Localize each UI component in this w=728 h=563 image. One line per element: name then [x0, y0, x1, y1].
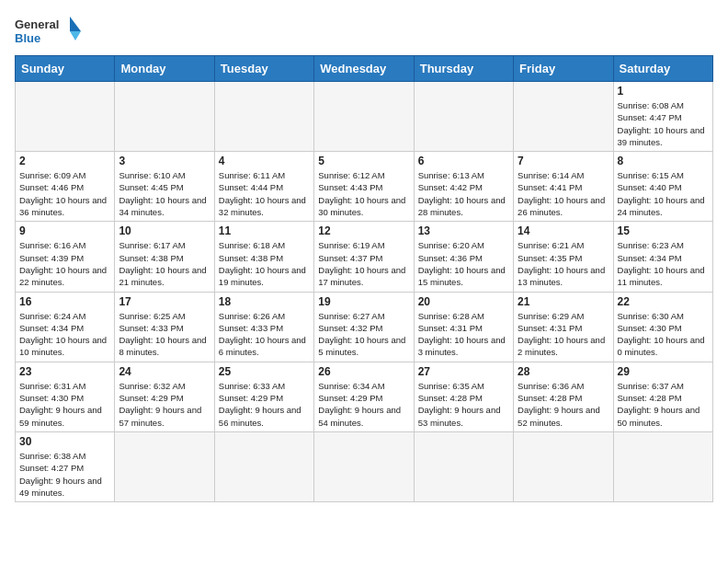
logo: GeneralBlue [15, 15, 88, 48]
day-number: 24 [119, 365, 210, 378]
day-number: 18 [219, 295, 310, 308]
day-number: 9 [19, 224, 110, 237]
day-number: 1 [618, 85, 709, 98]
calendar-cell: 8Sunrise: 6:15 AM Sunset: 4:40 PM Daylig… [613, 152, 712, 222]
calendar-cell: 11Sunrise: 6:18 AM Sunset: 4:38 PM Dayli… [214, 222, 313, 292]
calendar-cell: 1Sunrise: 6:08 AM Sunset: 4:47 PM Daylig… [613, 82, 712, 152]
day-number: 16 [19, 295, 110, 308]
svg-text:General: General [15, 17, 59, 31]
day-number: 20 [418, 295, 509, 308]
calendar-cell: 6Sunrise: 6:13 AM Sunset: 4:42 PM Daylig… [414, 152, 513, 222]
calendar-cell: 28Sunrise: 6:36 AM Sunset: 4:28 PM Dayli… [514, 362, 613, 431]
day-info: Sunrise: 6:27 AM Sunset: 4:32 PM Dayligh… [318, 310, 409, 359]
calendar-cell: 29Sunrise: 6:37 AM Sunset: 4:28 PM Dayli… [613, 362, 712, 431]
day-info: Sunrise: 6:23 AM Sunset: 4:34 PM Dayligh… [618, 239, 709, 288]
calendar-cell: 23Sunrise: 6:31 AM Sunset: 4:30 PM Dayli… [16, 362, 115, 431]
day-number: 28 [518, 365, 609, 378]
day-info: Sunrise: 6:36 AM Sunset: 4:28 PM Dayligh… [518, 380, 609, 429]
day-info: Sunrise: 6:32 AM Sunset: 4:29 PM Dayligh… [119, 380, 210, 429]
weekday-header-monday: Monday [115, 56, 214, 82]
calendar-cell [314, 82, 414, 152]
day-info: Sunrise: 6:13 AM Sunset: 4:42 PM Dayligh… [418, 169, 509, 218]
weekday-header-sunday: Sunday [16, 56, 115, 82]
day-number: 30 [19, 435, 110, 448]
svg-marker-2 [70, 17, 81, 31]
day-info: Sunrise: 6:19 AM Sunset: 4:37 PM Dayligh… [318, 239, 409, 288]
calendar-cell: 10Sunrise: 6:17 AM Sunset: 4:38 PM Dayli… [115, 222, 214, 292]
day-info: Sunrise: 6:38 AM Sunset: 4:27 PM Dayligh… [19, 450, 110, 499]
week-row-1: 1Sunrise: 6:08 AM Sunset: 4:47 PM Daylig… [16, 82, 713, 152]
day-number: 29 [618, 365, 709, 378]
day-info: Sunrise: 6:35 AM Sunset: 4:28 PM Dayligh… [418, 380, 509, 429]
day-info: Sunrise: 6:18 AM Sunset: 4:38 PM Dayligh… [219, 239, 310, 288]
day-info: Sunrise: 6:31 AM Sunset: 4:30 PM Dayligh… [19, 380, 110, 429]
calendar-cell: 30Sunrise: 6:38 AM Sunset: 4:27 PM Dayli… [16, 431, 115, 501]
calendar-cell [214, 431, 313, 501]
weekday-header-row: SundayMondayTuesdayWednesdayThursdayFrid… [16, 56, 713, 82]
day-number: 25 [219, 365, 310, 378]
day-number: 22 [618, 295, 709, 308]
day-info: Sunrise: 6:24 AM Sunset: 4:34 PM Dayligh… [19, 310, 110, 359]
day-info: Sunrise: 6:28 AM Sunset: 4:31 PM Dayligh… [418, 310, 509, 359]
day-number: 10 [119, 224, 210, 237]
day-info: Sunrise: 6:30 AM Sunset: 4:30 PM Dayligh… [618, 310, 709, 359]
day-info: Sunrise: 6:20 AM Sunset: 4:36 PM Dayligh… [418, 239, 509, 288]
day-number: 12 [318, 224, 409, 237]
logo-svg: GeneralBlue [15, 15, 88, 48]
calendar-cell [514, 431, 613, 501]
calendar-cell: 18Sunrise: 6:26 AM Sunset: 4:33 PM Dayli… [214, 292, 313, 362]
svg-marker-3 [70, 31, 81, 40]
day-number: 6 [418, 155, 509, 167]
calendar-cell: 2Sunrise: 6:09 AM Sunset: 4:46 PM Daylig… [16, 152, 115, 222]
calendar-cell [414, 82, 513, 152]
calendar-cell [214, 82, 313, 152]
calendar-cell: 21Sunrise: 6:29 AM Sunset: 4:31 PM Dayli… [514, 292, 613, 362]
calendar-cell: 9Sunrise: 6:16 AM Sunset: 4:39 PM Daylig… [16, 222, 115, 292]
weekday-header-saturday: Saturday [613, 56, 712, 82]
page-header: GeneralBlue [15, 15, 713, 48]
day-info: Sunrise: 6:14 AM Sunset: 4:41 PM Dayligh… [518, 169, 609, 218]
day-info: Sunrise: 6:16 AM Sunset: 4:39 PM Dayligh… [19, 239, 110, 288]
day-info: Sunrise: 6:26 AM Sunset: 4:33 PM Dayligh… [219, 310, 310, 359]
day-number: 23 [19, 365, 110, 378]
calendar-cell: 12Sunrise: 6:19 AM Sunset: 4:37 PM Dayli… [314, 222, 414, 292]
calendar-cell [115, 431, 214, 501]
week-row-6: 30Sunrise: 6:38 AM Sunset: 4:27 PM Dayli… [16, 431, 713, 501]
calendar-cell [514, 82, 613, 152]
calendar-cell: 13Sunrise: 6:20 AM Sunset: 4:36 PM Dayli… [414, 222, 513, 292]
calendar-cell: 24Sunrise: 6:32 AM Sunset: 4:29 PM Dayli… [115, 362, 214, 431]
week-row-5: 23Sunrise: 6:31 AM Sunset: 4:30 PM Dayli… [16, 362, 713, 431]
day-info: Sunrise: 6:21 AM Sunset: 4:35 PM Dayligh… [518, 239, 609, 288]
day-number: 14 [518, 224, 609, 237]
day-number: 21 [518, 295, 609, 308]
calendar-cell [314, 431, 414, 501]
calendar-cell: 25Sunrise: 6:33 AM Sunset: 4:29 PM Dayli… [214, 362, 313, 431]
day-info: Sunrise: 6:11 AM Sunset: 4:44 PM Dayligh… [219, 169, 310, 218]
calendar-cell: 17Sunrise: 6:25 AM Sunset: 4:33 PM Dayli… [115, 292, 214, 362]
weekday-header-tuesday: Tuesday [214, 56, 313, 82]
calendar-cell: 19Sunrise: 6:27 AM Sunset: 4:32 PM Dayli… [314, 292, 414, 362]
day-number: 2 [19, 155, 110, 167]
day-info: Sunrise: 6:37 AM Sunset: 4:28 PM Dayligh… [618, 380, 709, 429]
day-number: 13 [418, 224, 509, 237]
day-number: 7 [518, 155, 609, 167]
week-row-2: 2Sunrise: 6:09 AM Sunset: 4:46 PM Daylig… [16, 152, 713, 222]
calendar-cell: 7Sunrise: 6:14 AM Sunset: 4:41 PM Daylig… [514, 152, 613, 222]
svg-text:Blue: Blue [15, 31, 40, 45]
calendar-cell: 20Sunrise: 6:28 AM Sunset: 4:31 PM Dayli… [414, 292, 513, 362]
day-info: Sunrise: 6:34 AM Sunset: 4:29 PM Dayligh… [318, 380, 409, 429]
calendar-cell: 5Sunrise: 6:12 AM Sunset: 4:43 PM Daylig… [314, 152, 414, 222]
weekday-header-thursday: Thursday [414, 56, 513, 82]
day-info: Sunrise: 6:15 AM Sunset: 4:40 PM Dayligh… [618, 169, 709, 218]
week-row-4: 16Sunrise: 6:24 AM Sunset: 4:34 PM Dayli… [16, 292, 713, 362]
calendar-table: SundayMondayTuesdayWednesdayThursdayFrid… [15, 55, 713, 502]
day-number: 19 [318, 295, 409, 308]
calendar-cell [115, 82, 214, 152]
day-info: Sunrise: 6:09 AM Sunset: 4:46 PM Dayligh… [19, 169, 110, 218]
calendar-cell: 4Sunrise: 6:11 AM Sunset: 4:44 PM Daylig… [214, 152, 313, 222]
calendar-cell [613, 431, 712, 501]
calendar-cell: 26Sunrise: 6:34 AM Sunset: 4:29 PM Dayli… [314, 362, 414, 431]
day-number: 3 [119, 155, 210, 167]
day-info: Sunrise: 6:12 AM Sunset: 4:43 PM Dayligh… [318, 169, 409, 218]
day-number: 27 [418, 365, 509, 378]
